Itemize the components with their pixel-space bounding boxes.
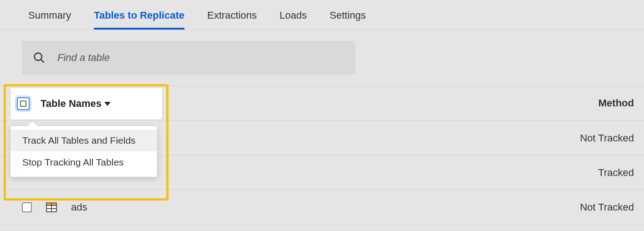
search-input[interactable]	[56, 51, 355, 64]
table-row[interactable]: ads Not Tracked	[0, 190, 644, 225]
table-names-label: Table Names	[41, 98, 102, 110]
tab-tables-to-replicate[interactable]: Tables to Replicate	[94, 10, 184, 30]
search-icon	[33, 51, 46, 64]
table-names-header-card: Table Names	[10, 87, 163, 120]
menu-item-track-all[interactable]: Track All Tables and Fields	[10, 130, 157, 151]
table-names-dropdown-menu: Track All Tables and Fields Stop Trackin…	[10, 126, 158, 177]
search-field[interactable]	[22, 41, 355, 75]
search-container	[0, 30, 644, 75]
caret-down-icon	[104, 102, 111, 106]
row-status: Not Tracked	[580, 201, 634, 213]
row-status: Not Tracked	[580, 132, 634, 144]
tabs-bar: Summary Tables to Replicate Extractions …	[0, 0, 644, 30]
table-names-dropdown-trigger[interactable]: Table Names	[41, 98, 111, 110]
svg-point-0	[35, 53, 42, 60]
tab-summary[interactable]: Summary	[28, 10, 71, 30]
tab-loads[interactable]: Loads	[280, 10, 307, 30]
row-status: Tracked	[598, 167, 634, 179]
select-all-checkbox[interactable]	[17, 97, 30, 110]
row-table-name: ads	[71, 201, 87, 213]
row-checkbox[interactable]	[22, 202, 32, 212]
method-column-header: Method	[598, 97, 634, 109]
table-icon	[46, 201, 57, 213]
tab-extractions[interactable]: Extractions	[207, 10, 257, 30]
tab-settings[interactable]: Settings	[330, 10, 366, 30]
svg-line-1	[41, 60, 44, 63]
menu-item-stop-tracking-all[interactable]: Stop Tracking All Tables	[10, 151, 157, 173]
